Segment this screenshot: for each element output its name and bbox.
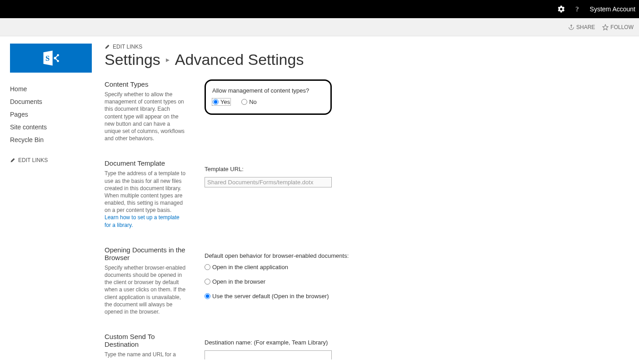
open-client-radio[interactable] xyxy=(205,264,210,270)
nav-home[interactable]: Home xyxy=(10,83,101,95)
nav-pages[interactable]: Pages xyxy=(10,108,101,121)
send-to-desc: Type the name and URL for a custom Send … xyxy=(105,351,186,359)
nav-edit-links-label: EDIT LINKS xyxy=(18,157,48,163)
main-content: EDIT LINKS Settings ▸ Advanced Settings … xyxy=(101,44,639,359)
gear-icon[interactable] xyxy=(557,5,565,13)
nav-edit-links[interactable]: EDIT LINKS xyxy=(10,157,101,163)
chevron-right-icon: ▸ xyxy=(166,55,170,64)
sharepoint-logo[interactable]: S xyxy=(10,44,92,73)
open-behavior-label: Default open behavior for browser-enable… xyxy=(205,252,639,259)
content-types-question: Allow management of content types? xyxy=(212,87,324,94)
destination-name-input[interactable] xyxy=(205,350,332,359)
content-types-heading: Content Types xyxy=(105,80,186,88)
pencil-icon xyxy=(10,157,15,163)
section-document-template: Document Template Type the address of a … xyxy=(105,159,639,229)
share-button[interactable]: SHARE xyxy=(568,24,595,30)
open-browser-desc: Specify whether browser-enabled document… xyxy=(105,264,186,315)
content-types-no[interactable]: No xyxy=(241,98,257,105)
section-open-browser: Opening Documents in the Browser Specify… xyxy=(105,246,639,315)
content-types-desc: Specify whether to allow the management … xyxy=(105,91,186,142)
svg-text:S: S xyxy=(45,54,50,63)
send-to-heading: Custom Send To Destination xyxy=(105,333,186,348)
content-types-highlight: Allow management of content types? Yes N… xyxy=(205,79,332,115)
open-browser-radio[interactable] xyxy=(205,279,210,285)
follow-button[interactable]: FOLLOW xyxy=(602,24,634,30)
breadcrumb-current: Advanced Settings xyxy=(175,51,304,69)
top-edit-links[interactable]: EDIT LINKS xyxy=(105,44,639,50)
open-server-default-option[interactable]: Use the server default (Open in the brow… xyxy=(205,293,628,300)
svg-text:?: ? xyxy=(575,5,579,13)
doc-template-heading: Document Template xyxy=(105,159,186,167)
page-title: Settings ▸ Advanced Settings xyxy=(105,51,639,69)
section-content-types: Content Types Specify whether to allow t… xyxy=(105,80,639,142)
section-send-to: Custom Send To Destination Type the name… xyxy=(105,333,639,359)
open-server-default-radio[interactable] xyxy=(205,293,210,299)
ribbon-bar: SHARE FOLLOW xyxy=(0,18,639,36)
nav-documents[interactable]: Documents xyxy=(10,95,101,108)
top-edit-links-label: EDIT LINKS xyxy=(113,44,142,50)
template-url-label: Template URL: xyxy=(205,166,639,172)
open-browser-option[interactable]: Open in the browser xyxy=(205,278,628,285)
content-types-yes[interactable]: Yes xyxy=(212,98,230,105)
doc-template-desc: Type the address of a template to use as… xyxy=(105,170,186,229)
content-types-yes-radio[interactable] xyxy=(213,99,219,105)
open-browser-heading: Opening Documents in the Browser xyxy=(105,246,186,261)
content-types-no-radio[interactable] xyxy=(241,99,247,105)
breadcrumb-root[interactable]: Settings xyxy=(105,51,160,69)
nav-recycle-bin[interactable]: Recycle Bin xyxy=(10,133,101,146)
help-icon[interactable]: ? xyxy=(574,5,582,13)
left-nav: S Home Documents Pages Site contents Rec… xyxy=(10,44,101,359)
template-url-input xyxy=(205,177,332,187)
destination-name-label: Destination name: (For example, Team Lib… xyxy=(205,339,639,346)
doc-template-link[interactable]: Learn how to set up a template for a lib… xyxy=(105,214,180,228)
share-label: SHARE xyxy=(576,24,595,30)
follow-label: FOLLOW xyxy=(610,24,634,30)
account-label[interactable]: System Account xyxy=(590,5,635,13)
pencil-icon xyxy=(105,44,110,49)
no-label: No xyxy=(249,98,257,105)
suite-bar: ? System Account xyxy=(0,0,639,18)
open-client-option[interactable]: Open in the client application xyxy=(205,264,628,271)
nav-site-contents[interactable]: Site contents xyxy=(10,121,101,133)
yes-label: Yes xyxy=(220,98,230,105)
